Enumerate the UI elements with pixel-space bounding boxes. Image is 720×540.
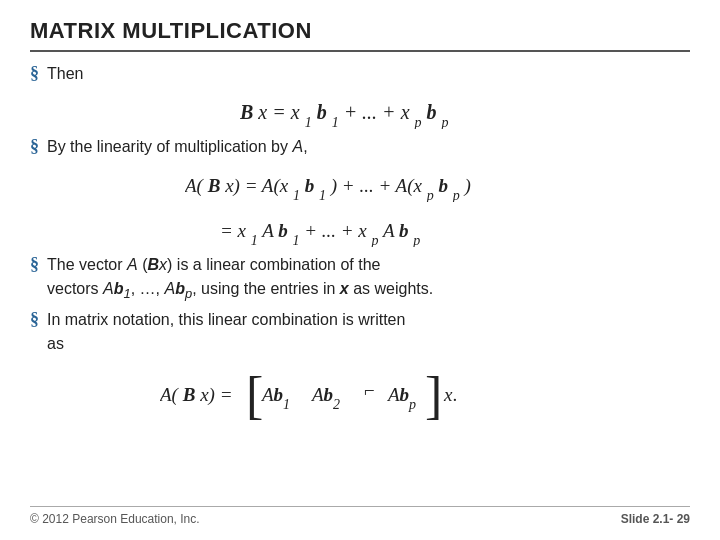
bullet-section-1: § Then [30, 62, 690, 86]
bullet-icon-1: § [30, 63, 39, 84]
slide-footer: © 2012 Pearson Education, Inc. Slide 2.1… [30, 506, 690, 526]
slide-number: Slide 2.1- 29 [621, 512, 690, 526]
bullet-text-4: In matrix notation, this linear combinat… [47, 308, 405, 356]
slide-title: MATRIX MULTIPLICATION [30, 18, 690, 52]
formula-matrix: A( B x) = [ Ab1 Ab2 ⌐ Abp [50, 363, 690, 423]
formula-matrix-svg: A( B x) = [ Ab1 Ab2 ⌐ Abp [160, 363, 580, 423]
svg-text:]: ] [425, 367, 442, 423]
svg-text:B
          x
           = 
  : B x = x 1 b 1 + ... + x p b p [240, 101, 449, 129]
formula-abx-1: A( B x) = A(x 1 b 1 ) + ... + A(x p b p … [50, 166, 690, 202]
copyright-text: © 2012 Pearson Education, Inc. [30, 512, 200, 526]
bullet-section-2: § By the linearity of multiplication by … [30, 135, 690, 159]
bullet-text-2: By the linearity of multiplication by A, [47, 135, 308, 159]
bullet-section-4: § In matrix notation, this linear combin… [30, 308, 690, 356]
bullet-icon-2: § [30, 136, 39, 157]
svg-text:[: [ [246, 367, 263, 423]
formula-bx: B x = x 1 b 1 + ... + x p b p [50, 93, 690, 129]
svg-text:A(
          B
          x) =: A( B x) = [160, 384, 232, 406]
svg-text:Ab1: Ab1 [260, 384, 290, 412]
bullet-text-3: The vector A (Bx) is a linear combinatio… [47, 253, 433, 304]
svg-text:= x
          1
          A
  : = x 1 A b 1 + ... + x p A b p [220, 220, 420, 247]
slide-page: MATRIX MULTIPLICATION § Then B x = x 1 b… [0, 0, 720, 540]
svg-text:A(
          B
          x) = : A( B x) = A(x 1 b 1 ) + ... + A(x p b p … [185, 175, 471, 202]
formula-abx-svg2: = x 1 A b 1 + ... + x p A b p [220, 211, 520, 247]
formula-abx-2: = x 1 A b 1 + ... + x p A b p [50, 211, 690, 247]
svg-text:Abp: Abp [386, 384, 416, 412]
formula-abx-svg1: A( B x) = A(x 1 b 1 ) + ... + A(x p b p … [185, 166, 555, 202]
bullet-icon-3: § [30, 254, 39, 275]
content-area: § Then B x = x 1 b 1 + ... + x p b [30, 62, 690, 506]
svg-text:x.: x. [443, 384, 457, 405]
formula-bx-svg: B x = x 1 b 1 + ... + x p b p [240, 93, 500, 129]
bullet-icon-4: § [30, 309, 39, 330]
bullet-section-3: § The vector A (Bx) is a linear combinat… [30, 253, 690, 304]
svg-text:⌐: ⌐ [364, 380, 375, 401]
svg-text:Ab2: Ab2 [310, 384, 340, 412]
bullet-text-1: Then [47, 62, 83, 86]
